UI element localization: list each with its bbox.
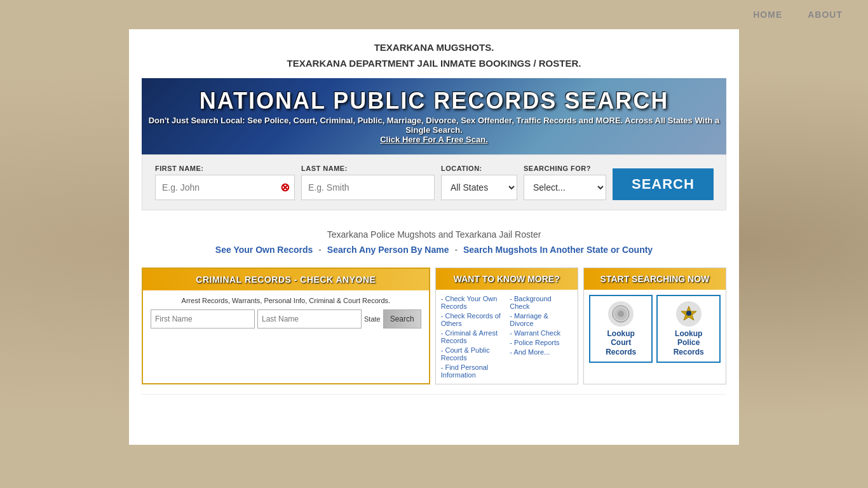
- page-title: TEXARKANA MUGSHOTS.: [142, 42, 726, 53]
- criminal-search-button[interactable]: Search: [383, 309, 421, 329]
- nav-home[interactable]: HOME: [753, 10, 782, 20]
- separator1: -: [318, 245, 322, 255]
- page-subtitle: TEXARKANA DEPARTMENT JAIL INMATE BOOKING…: [142, 58, 726, 69]
- info-links: See Your Own Records - Search Any Person…: [154, 245, 714, 255]
- info-section: Texarkana Police Mugshots and Texarkana …: [142, 210, 726, 264]
- lookup-court-card[interactable]: Lookup Court Records: [589, 295, 653, 363]
- info-card-body: - Check Your Own Records - Check Records…: [436, 290, 578, 384]
- cards-row: CRIMINAL RECORDS - CHECK ANYONE Arrest R…: [142, 268, 726, 394]
- lookup-court-label: Lookup Court Records: [606, 329, 636, 356]
- top-navigation: HOME ABOUT: [0, 0, 868, 29]
- first-name-input[interactable]: [155, 175, 295, 200]
- banner[interactable]: NATIONAL PUBLIC RECORDS SEARCH Don't Jus…: [142, 78, 726, 154]
- search-card: START SEARCHING NOW Lookup: [583, 268, 726, 384]
- lookup-police-card[interactable]: Lookup Police Records: [656, 295, 721, 363]
- search-card-title: START SEARCHING NOW: [600, 274, 710, 284]
- criminal-card-title: CRIMINAL RECORDS - CHECK ANYONE: [196, 274, 376, 285]
- first-name-group: FIRST NAME: ⊗: [155, 165, 295, 200]
- own-records-link[interactable]: See Your Own Records: [215, 245, 313, 255]
- criminal-state-label: State: [364, 315, 381, 323]
- link-more[interactable]: - And More...: [510, 348, 573, 356]
- criminal-last-name[interactable]: [257, 309, 362, 329]
- searching-label: SEARCHING FOR?: [524, 165, 606, 172]
- info-links-col2: - Background Check - Marriage & Divorce …: [510, 295, 573, 379]
- searching-select[interactable]: Select...: [524, 175, 606, 200]
- location-label: LOCATION:: [441, 165, 517, 172]
- svg-point-5: [686, 311, 691, 316]
- link-warrant-check[interactable]: - Warrant Check: [510, 329, 573, 337]
- bottom-area: [142, 394, 726, 445]
- lookup-police-label: Lookup Police Records: [674, 329, 704, 356]
- criminal-first-name[interactable]: [151, 309, 255, 329]
- last-name-label: LAST NAME:: [301, 165, 435, 172]
- info-text: Texarkana Police Mugshots and Texarkana …: [154, 229, 714, 240]
- link-own-records[interactable]: - Check Your Own Records: [441, 295, 504, 310]
- banner-cta[interactable]: Click Here For A Free Scan.: [380, 135, 488, 144]
- link-police-reports[interactable]: - Police Reports: [510, 339, 573, 346]
- link-criminal-arrest[interactable]: - Criminal & Arrest Records: [441, 329, 504, 344]
- court-icon: [608, 301, 634, 327]
- link-court-public[interactable]: - Court & Public Records: [441, 346, 504, 362]
- criminal-card-desc: Arrest Records, Warrants, Personal Info,…: [151, 297, 421, 304]
- link-personal-info[interactable]: - Find Personal Information: [441, 363, 504, 379]
- first-name-label: FIRST NAME:: [155, 165, 295, 172]
- location-group: LOCATION: All States: [441, 165, 517, 200]
- location-select[interactable]: All States: [441, 175, 517, 200]
- police-icon: [676, 301, 702, 327]
- separator2: -: [454, 245, 458, 255]
- searching-group: SEARCHING FOR? Select...: [524, 165, 606, 200]
- criminal-card-header: CRIMINAL RECORDS - CHECK ANYONE: [143, 269, 429, 290]
- search-form: FIRST NAME: ⊗ LAST NAME: LOCATION: All S…: [142, 154, 726, 210]
- svg-point-2: [618, 311, 624, 317]
- info-card-header: WANT TO KNOW MORE?: [436, 268, 578, 290]
- link-marriage-divorce[interactable]: - Marriage & Divorce: [510, 312, 573, 327]
- info-card-title: WANT TO KNOW MORE?: [454, 274, 560, 284]
- search-mugshots-link[interactable]: Search Mugshots In Another State or Coun…: [463, 245, 653, 255]
- nav-about[interactable]: ABOUT: [808, 10, 843, 20]
- last-name-group: LAST NAME:: [301, 165, 435, 200]
- criminal-records-card: CRIMINAL RECORDS - CHECK ANYONE Arrest R…: [142, 268, 430, 384]
- last-name-input[interactable]: [301, 175, 435, 200]
- info-links-col1: - Check Your Own Records - Check Records…: [441, 295, 504, 379]
- link-others-records[interactable]: - Check Records of Others: [441, 312, 504, 327]
- error-icon: ⊗: [280, 180, 290, 194]
- banner-title: NATIONAL PUBLIC RECORDS SEARCH: [200, 88, 669, 114]
- search-card-body: Lookup Court Records Lookup: [584, 290, 726, 368]
- search-button[interactable]: SEARCH: [613, 168, 714, 200]
- search-card-header: START SEARCHING NOW: [584, 268, 726, 290]
- link-background-check[interactable]: - Background Check: [510, 295, 573, 310]
- info-card: WANT TO KNOW MORE? - Check Your Own Reco…: [435, 268, 578, 384]
- banner-subtitle: Don't Just Search Local: See Police, Cou…: [148, 116, 720, 135]
- search-person-link[interactable]: Search Any Person By Name: [327, 245, 449, 255]
- criminal-card-inputs: State Search: [151, 309, 421, 329]
- main-container: TEXARKANA MUGSHOTS. TEXARKANA DEPARTMENT…: [129, 29, 739, 445]
